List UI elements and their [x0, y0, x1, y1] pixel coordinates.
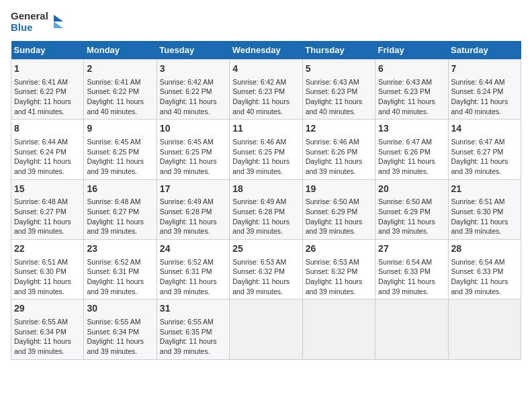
day-number: 31	[160, 302, 226, 316]
cell-content: Sunrise: 6:55 AMSunset: 6:34 PMDaylight:…	[14, 317, 81, 357]
day-number: 29	[14, 302, 81, 316]
calendar-week-5: 29Sunrise: 6:55 AMSunset: 6:34 PMDayligh…	[11, 300, 521, 359]
day-number: 9	[87, 122, 153, 136]
day-number: 2	[87, 62, 153, 76]
day-number: 17	[160, 183, 226, 196]
cell-content: Sunrise: 6:55 AMSunset: 6:35 PMDaylight:…	[160, 317, 226, 357]
day-number: 10	[160, 122, 226, 136]
day-number: 28	[451, 242, 518, 256]
calendar-cell: 19Sunrise: 6:50 AMSunset: 6:29 PMDayligh…	[302, 179, 375, 239]
calendar-cell: 9Sunrise: 6:45 AMSunset: 6:25 PMDaylight…	[84, 120, 157, 179]
day-number: 27	[378, 242, 445, 256]
calendar-week-3: 15Sunrise: 6:48 AMSunset: 6:27 PMDayligh…	[11, 179, 521, 239]
day-header-monday: Monday	[84, 41, 157, 60]
cell-content: Sunrise: 6:46 AMSunset: 6:26 PMDaylight:…	[306, 137, 372, 177]
cell-content: Sunrise: 6:48 AMSunset: 6:27 PMDaylight:…	[14, 197, 81, 236]
cell-content: Sunrise: 6:41 AMSunset: 6:22 PMDaylight:…	[87, 77, 153, 117]
calendar-cell: 6Sunrise: 6:43 AMSunset: 6:23 PMDaylight…	[375, 60, 448, 120]
calendar-cell: 22Sunrise: 6:51 AMSunset: 6:30 PMDayligh…	[11, 240, 84, 300]
day-number: 1	[14, 62, 81, 76]
day-header-sunday: Sunday	[11, 41, 84, 60]
day-number: 21	[451, 183, 518, 196]
day-number: 25	[232, 242, 299, 256]
calendar-cell: 28Sunrise: 6:54 AMSunset: 6:33 PMDayligh…	[448, 240, 521, 300]
calendar-cell: 17Sunrise: 6:49 AMSunset: 6:28 PMDayligh…	[157, 179, 229, 239]
day-number: 12	[306, 122, 372, 136]
cell-content: Sunrise: 6:53 AMSunset: 6:32 PMDaylight:…	[232, 257, 299, 297]
calendar-cell: 24Sunrise: 6:52 AMSunset: 6:31 PMDayligh…	[157, 240, 229, 300]
calendar-table: SundayMondayTuesdayWednesdayThursdayFrid…	[11, 41, 521, 360]
calendar-header-row: SundayMondayTuesdayWednesdayThursdayFrid…	[11, 41, 521, 60]
logo-bird-icon	[50, 12, 64, 32]
calendar-cell	[448, 300, 521, 359]
day-header-tuesday: Tuesday	[157, 41, 229, 60]
calendar-body: 1Sunrise: 6:41 AMSunset: 6:22 PMDaylight…	[11, 60, 521, 360]
calendar-cell: 23Sunrise: 6:52 AMSunset: 6:31 PMDayligh…	[84, 240, 157, 300]
calendar-cell: 29Sunrise: 6:55 AMSunset: 6:34 PMDayligh…	[11, 300, 84, 359]
day-number: 23	[87, 242, 153, 256]
day-number: 7	[451, 62, 518, 76]
cell-content: Sunrise: 6:42 AMSunset: 6:22 PMDaylight:…	[160, 77, 226, 117]
cell-content: Sunrise: 6:43 AMSunset: 6:23 PMDaylight:…	[378, 77, 445, 117]
calendar-cell: 13Sunrise: 6:47 AMSunset: 6:26 PMDayligh…	[375, 120, 448, 179]
page-header: General Blue	[11, 11, 521, 33]
svg-marker-1	[54, 21, 63, 28]
calendar-cell: 10Sunrise: 6:45 AMSunset: 6:25 PMDayligh…	[157, 120, 229, 179]
calendar-cell: 3Sunrise: 6:42 AMSunset: 6:22 PMDaylight…	[157, 60, 229, 120]
calendar-cell: 31Sunrise: 6:55 AMSunset: 6:35 PMDayligh…	[157, 300, 229, 359]
day-number: 26	[306, 242, 372, 256]
day-number: 13	[378, 122, 445, 136]
svg-marker-0	[54, 15, 63, 21]
calendar-week-4: 22Sunrise: 6:51 AMSunset: 6:30 PMDayligh…	[11, 240, 521, 300]
calendar-cell: 26Sunrise: 6:53 AMSunset: 6:32 PMDayligh…	[302, 240, 375, 300]
cell-content: Sunrise: 6:55 AMSunset: 6:34 PMDaylight:…	[87, 317, 153, 357]
calendar-cell: 20Sunrise: 6:50 AMSunset: 6:29 PMDayligh…	[375, 179, 448, 239]
calendar-cell: 25Sunrise: 6:53 AMSunset: 6:32 PMDayligh…	[230, 240, 302, 300]
day-number: 6	[378, 62, 445, 76]
cell-content: Sunrise: 6:47 AMSunset: 6:27 PMDaylight:…	[451, 137, 518, 177]
calendar-cell	[230, 300, 302, 359]
day-number: 24	[160, 242, 226, 256]
calendar-cell	[302, 300, 375, 359]
calendar-cell: 8Sunrise: 6:44 AMSunset: 6:24 PMDaylight…	[11, 120, 84, 179]
cell-content: Sunrise: 6:50 AMSunset: 6:29 PMDaylight:…	[306, 197, 372, 236]
day-number: 16	[87, 183, 153, 196]
calendar-week-2: 8Sunrise: 6:44 AMSunset: 6:24 PMDaylight…	[11, 120, 521, 179]
calendar-cell: 15Sunrise: 6:48 AMSunset: 6:27 PMDayligh…	[11, 179, 84, 239]
cell-content: Sunrise: 6:45 AMSunset: 6:25 PMDaylight:…	[87, 137, 153, 177]
day-number: 4	[232, 62, 299, 76]
calendar-cell: 18Sunrise: 6:49 AMSunset: 6:28 PMDayligh…	[230, 179, 302, 239]
cell-content: Sunrise: 6:49 AMSunset: 6:28 PMDaylight:…	[232, 197, 299, 236]
day-number: 3	[160, 62, 226, 76]
cell-content: Sunrise: 6:43 AMSunset: 6:23 PMDaylight:…	[306, 77, 372, 117]
calendar-cell: 1Sunrise: 6:41 AMSunset: 6:22 PMDaylight…	[11, 60, 84, 120]
calendar-cell: 16Sunrise: 6:48 AMSunset: 6:27 PMDayligh…	[84, 179, 157, 239]
calendar-cell	[375, 300, 448, 359]
cell-content: Sunrise: 6:54 AMSunset: 6:33 PMDaylight:…	[378, 257, 445, 297]
cell-content: Sunrise: 6:52 AMSunset: 6:31 PMDaylight:…	[160, 257, 226, 297]
day-number: 22	[14, 242, 81, 256]
cell-content: Sunrise: 6:42 AMSunset: 6:23 PMDaylight:…	[232, 77, 299, 117]
calendar-cell: 2Sunrise: 6:41 AMSunset: 6:22 PMDaylight…	[84, 60, 157, 120]
cell-content: Sunrise: 6:52 AMSunset: 6:31 PMDaylight:…	[87, 257, 153, 297]
day-number: 8	[14, 122, 81, 136]
cell-content: Sunrise: 6:47 AMSunset: 6:26 PMDaylight:…	[378, 137, 445, 177]
day-number: 30	[87, 302, 153, 316]
cell-content: Sunrise: 6:44 AMSunset: 6:24 PMDaylight:…	[451, 77, 518, 117]
day-header-wednesday: Wednesday	[230, 41, 302, 60]
cell-content: Sunrise: 6:48 AMSunset: 6:27 PMDaylight:…	[87, 197, 153, 236]
cell-content: Sunrise: 6:46 AMSunset: 6:25 PMDaylight:…	[232, 137, 299, 177]
calendar-cell: 12Sunrise: 6:46 AMSunset: 6:26 PMDayligh…	[302, 120, 375, 179]
cell-content: Sunrise: 6:41 AMSunset: 6:22 PMDaylight:…	[14, 77, 81, 117]
day-header-friday: Friday	[375, 41, 448, 60]
cell-content: Sunrise: 6:45 AMSunset: 6:25 PMDaylight:…	[160, 137, 226, 177]
cell-content: Sunrise: 6:53 AMSunset: 6:32 PMDaylight:…	[306, 257, 372, 297]
cell-content: Sunrise: 6:54 AMSunset: 6:33 PMDaylight:…	[451, 257, 518, 297]
calendar-cell: 14Sunrise: 6:47 AMSunset: 6:27 PMDayligh…	[448, 120, 521, 179]
cell-content: Sunrise: 6:44 AMSunset: 6:24 PMDaylight:…	[14, 137, 81, 177]
day-number: 19	[306, 183, 372, 196]
calendar-cell: 4Sunrise: 6:42 AMSunset: 6:23 PMDaylight…	[230, 60, 302, 120]
day-number: 15	[14, 183, 81, 196]
calendar-cell: 5Sunrise: 6:43 AMSunset: 6:23 PMDaylight…	[302, 60, 375, 120]
cell-content: Sunrise: 6:50 AMSunset: 6:29 PMDaylight:…	[378, 197, 445, 236]
